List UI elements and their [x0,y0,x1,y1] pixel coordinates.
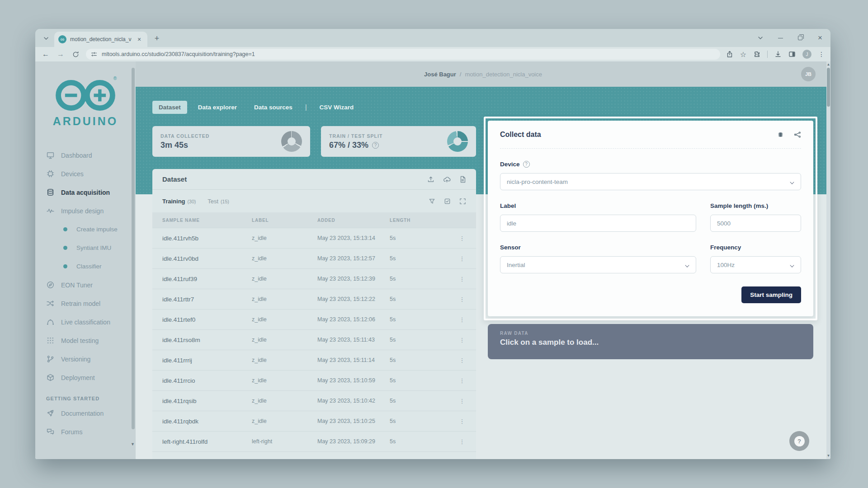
device-chip-icon[interactable] [777,131,784,138]
compass-icon [47,281,54,289]
url-bar[interactable]: mltools.arduino.cc/studio/230837/acquisi… [86,49,720,60]
device-select[interactable]: nicla-pro-content-team [500,173,801,190]
start-sampling-button[interactable]: Start sampling [741,286,801,303]
table-row[interactable]: idle.411rqbdk z_idle May 23 2023, 15:10:… [152,411,476,431]
app-content: ® ARDUINO Dashboard Devices Data acquisi… [35,61,830,459]
sidebar-item-syntiant-imu[interactable]: Syntiant IMU [35,239,136,257]
select-checkbox-icon[interactable] [444,198,451,205]
row-menu-button[interactable]: ⋮ [448,357,476,364]
sidebar-item-live-classification[interactable]: Live classification [35,313,136,331]
table-row[interactable]: idle.411rso8m z_idle May 23 2023, 15:11:… [152,329,476,350]
breadcrumb-user[interactable]: José Bagur [424,71,456,78]
length-cell: 5s [390,316,448,323]
row-menu-button[interactable]: ⋮ [448,377,476,384]
frequency-select[interactable]: 100Hz [710,256,801,273]
bookmark-star-icon[interactable]: ☆ [740,50,746,59]
sidebar-item-dashboard[interactable]: Dashboard [35,146,136,164]
tab-list-chevron-icon[interactable] [40,32,52,45]
side-panel-icon[interactable] [788,51,796,58]
new-tab-button[interactable]: + [151,33,163,44]
table-row[interactable]: idle.411rv0bd z_idle May 23 2023, 15:12:… [152,248,476,268]
sidebar-scroll-thumb[interactable] [132,68,135,429]
browser-menu-icon[interactable]: ⋮ [818,51,825,58]
sidebar-item-documentation[interactable]: Documentation [35,404,136,422]
row-menu-button[interactable]: ⋮ [448,296,476,303]
sensor-select[interactable]: Inertial [500,256,696,273]
main-scroll-thumb[interactable] [827,68,830,107]
back-icon[interactable]: ← [41,50,50,59]
table-row[interactable]: idle.411rtef0 z_idle May 23 2023, 15:12:… [152,309,476,329]
close-tab-icon[interactable]: × [135,35,143,43]
row-menu-button[interactable]: ⋮ [448,438,476,445]
row-menu-button[interactable]: ⋮ [448,398,476,404]
row-menu-button[interactable]: ⋮ [448,418,476,425]
row-menu-button[interactable]: ⋮ [448,235,476,242]
tab-data-explorer[interactable]: Data explorer [192,101,243,114]
filter-icon[interactable] [429,198,435,205]
sidebar-item-versioning[interactable]: Versioning [35,350,136,368]
table-row[interactable]: left-right.411rolfd left-right May 23 20… [152,431,476,451]
sidebar-scrollbar[interactable]: ▼ [132,66,135,440]
sidebar-item-classifier[interactable]: Classifier [35,257,136,276]
sidebar-item-deployment[interactable]: Deployment [35,368,136,387]
label-cell: z_idle [252,357,317,363]
sidebar-scroll-down-icon[interactable]: ▼ [131,442,135,446]
label-cell: z_idle [252,377,317,384]
table-row[interactable]: idle.411rrcio z_idle May 23 2023, 15:10:… [152,370,476,390]
sidebar-item-devices[interactable]: Devices [35,164,136,183]
restore-button[interactable] [796,34,804,42]
sidebar-item-data-acquisition[interactable]: Data acquisition [35,183,136,202]
extensions-icon[interactable] [753,51,760,58]
tab-csv-wizard[interactable]: CSV Wizard [313,101,360,114]
user-avatar[interactable]: JB [801,67,816,81]
reload-icon[interactable] [71,50,80,59]
table-row[interactable]: idle.411ruf39 z_idle May 23 2023, 15:12:… [152,268,476,289]
usb-nodes-icon[interactable] [794,131,801,138]
browser-tab[interactable]: ∞ motion_detection_nicla_voice - × [54,32,147,47]
forward-icon[interactable]: → [56,50,65,59]
help-button[interactable]: ? [789,431,809,451]
sample-length-input[interactable]: 5000 [710,215,801,232]
download-icon[interactable] [774,51,782,58]
row-menu-button[interactable]: ⋮ [448,337,476,343]
minimize-button[interactable] [776,34,784,42]
scroll-down-icon[interactable]: ▼ [826,454,830,458]
table-row[interactable]: idle.411rrrij z_idle May 23 2023, 15:11:… [152,350,476,370]
cloud-upload-icon[interactable] [443,176,451,183]
tab-data-sources[interactable]: Data sources [248,101,299,114]
expand-icon[interactable] [459,198,466,205]
profile-avatar[interactable]: J [802,50,811,59]
main-area: José Bagur / motion_detection_nicla_voic… [136,61,830,459]
table-row[interactable]: idle.411rqsib z_idle May 23 2023, 15:10:… [152,390,476,411]
sidebar-item-retrain-model[interactable]: Retrain model [35,294,136,313]
tab-dataset[interactable]: Dataset [152,101,187,114]
test-tab[interactable]: Test (15) [208,198,229,205]
share-icon[interactable] [726,51,733,58]
table-row[interactable]: idle.411rttr7 z_idle May 23 2023, 15:12:… [152,289,476,309]
training-tab[interactable]: Training (30) [162,198,196,205]
close-button[interactable]: × [816,34,824,42]
length-cell: 5s [390,255,448,262]
file-icon[interactable] [459,176,466,183]
registered-mark: ® [113,76,117,81]
sidebar-item-model-testing[interactable]: Model testing [35,331,136,350]
row-menu-button[interactable]: ⋮ [448,276,476,282]
window-chevron-icon[interactable] [756,34,764,42]
split-help-icon[interactable]: ? [372,142,379,149]
sidebar-item-create-impulse[interactable]: Create impulse [35,220,136,239]
label-input[interactable]: idle [500,215,696,232]
row-menu-button[interactable]: ⋮ [448,316,476,323]
table-row[interactable]: idle.411rvh5b z_idle May 23 2023, 15:13:… [152,228,476,248]
sidebar-item-impulse-design[interactable]: Impulse design [35,202,136,220]
raw-data-label: RAW DATA [500,331,801,336]
sidebar-item-forums[interactable]: Forums [35,422,136,441]
upload-icon[interactable] [427,176,434,183]
row-menu-button[interactable]: ⋮ [448,255,476,262]
sidebar-nav: Dashboard Devices Data acquisition Impul… [35,146,136,387]
scroll-up-icon[interactable]: ▲ [826,62,830,66]
main-scrollbar[interactable]: ▲ ▼ [826,61,830,459]
added-cell: May 23 2023, 15:10:59 [317,377,390,384]
collect-data-card: Collect data Device ? nicla-pro-content-… [488,121,813,316]
device-help-icon[interactable]: ? [523,161,530,168]
sidebar-item-eon-tuner[interactable]: EON Tuner [35,276,136,294]
